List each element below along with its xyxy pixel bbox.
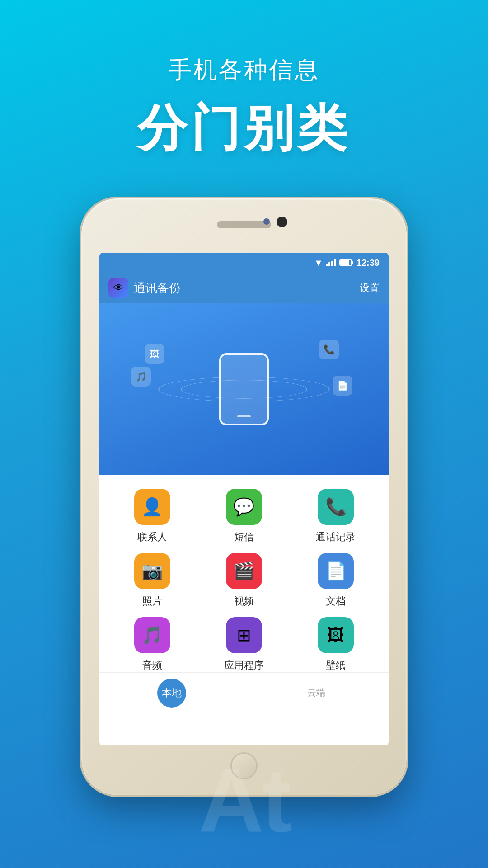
grid-item-video[interactable]: 🎬 视频 [200,553,287,608]
photos-icon: 📷 [134,553,170,589]
app-grid: 👤 联系人 💬 短信 📞 通话记录 📷 [108,489,380,672]
hero-phone-graphic [219,353,269,425]
tab-cloud-label: 云端 [307,687,325,699]
grid-item-contacts[interactable]: 👤 联系人 [108,489,196,544]
calls-icon: 📞 [318,489,354,525]
status-time: 12:39 [357,258,380,268]
wallpaper-label: 壁纸 [326,659,346,672]
phone-screen: ▼ 12:39 [99,253,389,745]
phone-outer: ▼ 12:39 [81,198,407,795]
grid-item-calls[interactable]: 📞 通话记录 [292,489,380,544]
docs-icon: 📄 [318,553,354,589]
audio-label: 音频 [142,659,162,672]
sms-icon: 💬 [226,489,262,525]
photos-label: 照片 [142,594,162,608]
video-label: 视频 [234,594,254,608]
grid-item-photos[interactable]: 📷 照片 [108,553,196,608]
signal-icon [326,259,336,266]
sms-label: 短信 [234,530,254,544]
status-icons: ▼ 12:39 [314,258,380,268]
app-logo-icon: 👁 [108,278,128,298]
apps-icon: ⊞ [226,617,262,653]
phone-camera [277,217,287,227]
wifi-icon: ▼ [314,258,323,268]
app-title: 通讯备份 [134,280,360,296]
grid-item-docs[interactable]: 📄 文档 [292,553,380,608]
docs-label: 文档 [326,594,346,608]
battery-icon [339,259,352,266]
tab-local-label: 本地 [162,686,182,700]
phone-top-bezel [81,198,407,253]
video-icon: 🎬 [226,553,262,589]
phone-speaker [217,221,271,228]
wallpaper-icon: 🖼 [318,617,354,653]
tab-local[interactable]: 本地 [99,679,244,708]
status-bar: ▼ 12:39 [99,253,389,273]
tab-local-dot: 本地 [157,679,186,708]
grid-item-sms[interactable]: 💬 短信 [200,489,287,544]
bottom-watermark-area: At [0,732,488,868]
phone-mockup: ▼ 12:39 [81,198,407,795]
grid-item-wallpaper[interactable]: 🖼 壁纸 [292,617,380,672]
floating-icon-photo: 🖼 [145,344,164,364]
floating-icon-doc: 📄 [333,376,352,396]
logo-emoji: 👁 [113,282,123,294]
calls-label: 通话记录 [316,530,356,544]
app-grid-section: 👤 联系人 💬 短信 📞 通话记录 📷 [99,475,389,672]
contacts-label: 联系人 [137,530,167,544]
main-title: 分门别类 [137,95,351,162]
floating-icon-phone: 📞 [319,340,339,359]
bottom-tabs: 本地 云端 [99,672,389,713]
subtitle: 手机各种信息 [168,54,320,86]
floating-icon-music: 🎵 [131,367,151,387]
grid-item-audio[interactable]: 🎵 音频 [108,617,196,672]
contacts-icon: 👤 [134,489,170,525]
settings-button[interactable]: 设置 [360,281,380,295]
apps-label: 应用程序 [224,659,264,672]
hero-area: 🖼 🎵 📞 📄 [99,303,389,475]
tab-cloud[interactable]: 云端 [244,687,389,699]
background: 手机各种信息 分门别类 ▼ [0,0,488,868]
bottom-watermark-text: At [198,755,289,845]
audio-icon: 🎵 [134,617,170,653]
app-header: 👁 通讯备份 设置 [99,273,389,303]
grid-item-apps[interactable]: ⊞ 应用程序 [200,617,287,672]
